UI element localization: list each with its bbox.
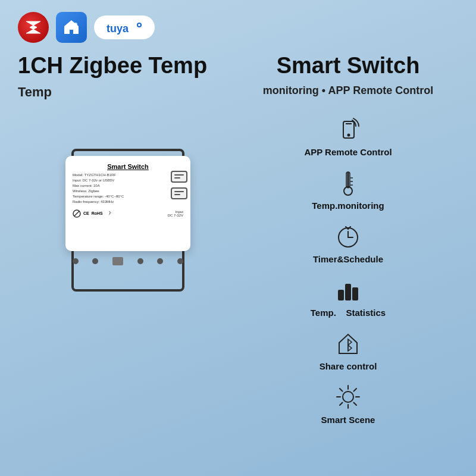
- thermometer-icon: [333, 168, 363, 198]
- timer-label: Timer&Schedule: [313, 254, 383, 264]
- statistics-label: Temp. Statistics: [311, 308, 386, 318]
- knob-1: [171, 171, 187, 183]
- device-wrapper: Smart Switch Model: TYZGTH1CH-B1RF Input…: [57, 120, 199, 394]
- knob-2-lines: [174, 191, 184, 195]
- svg-rect-21: [339, 290, 343, 300]
- knob-line-short: [174, 194, 180, 195]
- feature-temp-monitoring: Temp.monitoring: [238, 168, 458, 211]
- zigbee-logo: [18, 12, 49, 43]
- connector-3: [112, 257, 123, 265]
- connector-6: [177, 258, 183, 264]
- svg-line-31: [354, 402, 357, 405]
- svg-rect-23: [353, 288, 358, 300]
- svg-point-25: [343, 392, 353, 402]
- prohibited-icon: [73, 209, 81, 218]
- svg-line-33: [340, 402, 343, 405]
- knob-2: [171, 187, 187, 199]
- bluetooth-home-icon: [333, 328, 363, 358]
- svg-rect-22: [346, 284, 350, 300]
- feature-app-remote: APP Remote Control: [238, 114, 458, 157]
- device-connectors: [65, 257, 190, 265]
- monitoring-label: monitoring • APP Remote Control: [238, 84, 458, 97]
- knob-line-short: [174, 177, 180, 178]
- feature-scene: Smart Scene: [238, 382, 458, 425]
- svg-line-30: [340, 389, 343, 392]
- device-certification-icons: CE RoHS: [73, 209, 112, 218]
- device-name: Smart Switch: [73, 163, 183, 170]
- page: tuya 1CH Zigbee Temp Smart Switch Temp m…: [0, 0, 476, 476]
- svg-text:tuya: tuya: [107, 23, 129, 35]
- sun-icon: [333, 382, 363, 412]
- bar-chart-icon: [333, 275, 363, 305]
- device-voltage-info: Input DC 7-32V: [168, 210, 183, 217]
- svg-line-32: [354, 389, 357, 392]
- connector-1: [73, 258, 79, 264]
- knob-line: [174, 174, 184, 176]
- svg-point-4: [138, 24, 140, 26]
- scene-label: Smart Scene: [321, 415, 375, 425]
- knob-1-lines: [174, 174, 184, 178]
- content-area: Smart Switch Model: TYZGTH1CH-B1RF Input…: [18, 108, 458, 425]
- svg-point-1: [74, 23, 77, 26]
- recycling-icon: [105, 210, 112, 217]
- app-remote-label: APP Remote Control: [304, 147, 392, 157]
- left-section: Smart Switch Model: TYZGTH1CH-B1RF Input…: [18, 108, 238, 425]
- title-left: 1CH Zigbee Temp: [18, 54, 238, 79]
- phone-signal-icon: [333, 114, 363, 144]
- smarthome-logo: [56, 12, 87, 43]
- subtitle-left: Temp: [18, 84, 238, 104]
- knob-line: [174, 191, 184, 192]
- smart-switch-title: Smart Switch: [238, 54, 458, 79]
- subtitle-area: Temp monitoring • APP Remote Control: [18, 84, 458, 104]
- connector-2: [92, 258, 98, 264]
- connector-5: [157, 258, 163, 264]
- temp-monitoring-label: Temp.monitoring: [312, 201, 384, 211]
- tuya-logo: tuya: [94, 15, 155, 39]
- svg-line-6: [74, 211, 79, 216]
- logo-row: tuya: [18, 12, 458, 43]
- feature-statistics: Temp. Statistics: [238, 275, 458, 318]
- subtitle-right: monitoring • APP Remote Control: [238, 84, 458, 104]
- svg-point-9: [347, 134, 349, 136]
- svg-line-20: [348, 227, 350, 229]
- title-area: 1CH Zigbee Temp Smart Switch: [18, 54, 458, 79]
- device-body: Smart Switch Model: TYZGTH1CH-B1RF Input…: [65, 156, 190, 251]
- temp-label: Temp: [18, 84, 238, 100]
- main-title: 1CH Zigbee Temp: [18, 54, 238, 79]
- feature-timer: Timer&Schedule: [238, 221, 458, 264]
- share-label: Share control: [320, 361, 377, 371]
- ce-mark: CE: [83, 211, 89, 215]
- svg-marker-0: [26, 21, 40, 33]
- device-specs: Model: TYZGTH1CH-B1RF Input: DC 7-32v or…: [73, 173, 183, 205]
- clock-icon: [333, 221, 363, 251]
- connector-4: [137, 258, 143, 264]
- feature-share: Share control: [238, 328, 458, 371]
- device-bottom-row: CE RoHS Input DC 7-32V: [73, 209, 183, 218]
- title-right: Smart Switch: [238, 54, 458, 79]
- right-section: APP Remote Control Temp.monitoring: [238, 108, 458, 425]
- device-knobs: [171, 171, 187, 199]
- rohs-mark: RoHS: [92, 211, 103, 215]
